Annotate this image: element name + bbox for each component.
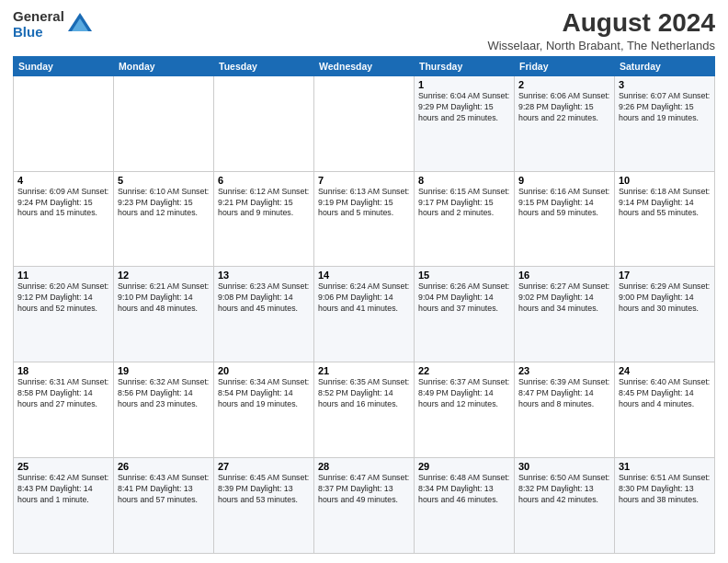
day-number: 25 [17, 461, 109, 472]
calendar-day-14: 14Sunrise: 6:24 AM Sunset: 9:06 PM Dayli… [314, 267, 415, 362]
calendar-day-24: 24Sunrise: 6:40 AM Sunset: 8:45 PM Dayli… [615, 362, 715, 458]
day-number: 28 [318, 461, 410, 472]
calendar-day-2: 2Sunrise: 6:06 AM Sunset: 9:28 PM Daylig… [515, 75, 615, 171]
day-number: 10 [619, 175, 711, 186]
calendar-week-1: 4Sunrise: 6:09 AM Sunset: 9:24 PM Daylig… [14, 171, 715, 267]
calendar-empty [14, 75, 114, 171]
day-number: 9 [518, 175, 610, 186]
day-number: 8 [418, 175, 510, 186]
col-header-thursday: Thursday [415, 56, 515, 75]
logo-icon [66, 11, 94, 39]
day-info: Sunrise: 6:47 AM Sunset: 8:37 PM Dayligh… [318, 473, 410, 506]
day-number: 12 [118, 270, 210, 281]
day-number: 22 [418, 365, 510, 376]
day-info: Sunrise: 6:23 AM Sunset: 9:08 PM Dayligh… [218, 282, 310, 315]
day-number: 7 [318, 175, 410, 186]
title-block: August 2024 Wisselaar, North Brabant, Th… [487, 9, 715, 52]
day-info: Sunrise: 6:09 AM Sunset: 9:24 PM Dayligh… [17, 187, 109, 220]
day-info: Sunrise: 6:07 AM Sunset: 9:26 PM Dayligh… [619, 91, 711, 124]
calendar-day-25: 25Sunrise: 6:42 AM Sunset: 8:43 PM Dayli… [14, 458, 114, 554]
location: Wisselaar, North Brabant, The Netherland… [487, 39, 715, 52]
day-number: 15 [418, 270, 510, 281]
day-info: Sunrise: 6:10 AM Sunset: 9:23 PM Dayligh… [118, 187, 210, 220]
calendar-day-16: 16Sunrise: 6:27 AM Sunset: 9:02 PM Dayli… [515, 267, 615, 362]
calendar-day-19: 19Sunrise: 6:32 AM Sunset: 8:56 PM Dayli… [114, 362, 214, 458]
calendar-empty [114, 75, 214, 171]
logo-general: General [13, 9, 64, 25]
day-info: Sunrise: 6:34 AM Sunset: 8:54 PM Dayligh… [218, 377, 310, 410]
calendar-day-30: 30Sunrise: 6:50 AM Sunset: 8:32 PM Dayli… [515, 458, 615, 554]
col-header-saturday: Saturday [615, 56, 715, 75]
day-number: 19 [118, 365, 210, 376]
day-number: 14 [318, 270, 410, 281]
calendar-day-13: 13Sunrise: 6:23 AM Sunset: 9:08 PM Dayli… [214, 267, 314, 362]
col-header-wednesday: Wednesday [314, 56, 415, 75]
day-number: 26 [118, 461, 210, 472]
day-info: Sunrise: 6:48 AM Sunset: 8:34 PM Dayligh… [418, 473, 510, 506]
day-info: Sunrise: 6:24 AM Sunset: 9:06 PM Dayligh… [318, 282, 410, 315]
col-header-monday: Monday [114, 56, 214, 75]
day-number: 2 [518, 79, 610, 90]
day-info: Sunrise: 6:43 AM Sunset: 8:41 PM Dayligh… [118, 473, 210, 506]
calendar-day-6: 6Sunrise: 6:12 AM Sunset: 9:21 PM Daylig… [214, 171, 314, 267]
calendar-week-0: 1Sunrise: 6:04 AM Sunset: 9:29 PM Daylig… [14, 75, 715, 171]
logo-blue: Blue [13, 25, 64, 40]
calendar-day-3: 3Sunrise: 6:07 AM Sunset: 9:26 PM Daylig… [615, 75, 715, 171]
calendar-day-1: 1Sunrise: 6:04 AM Sunset: 9:29 PM Daylig… [415, 75, 515, 171]
calendar-day-17: 17Sunrise: 6:29 AM Sunset: 9:00 PM Dayli… [615, 267, 715, 362]
calendar-header-row: SundayMondayTuesdayWednesdayThursdayFrid… [14, 56, 715, 75]
day-number: 5 [118, 175, 210, 186]
day-info: Sunrise: 6:20 AM Sunset: 9:12 PM Dayligh… [17, 282, 109, 315]
calendar-day-10: 10Sunrise: 6:18 AM Sunset: 9:14 PM Dayli… [615, 171, 715, 267]
calendar-day-26: 26Sunrise: 6:43 AM Sunset: 8:41 PM Dayli… [114, 458, 214, 554]
day-number: 20 [218, 365, 310, 376]
page: General Blue August 2024 Wisselaar, Nort… [0, 0, 728, 563]
day-info: Sunrise: 6:29 AM Sunset: 9:00 PM Dayligh… [619, 282, 711, 315]
day-number: 16 [518, 270, 610, 281]
day-info: Sunrise: 6:50 AM Sunset: 8:32 PM Dayligh… [518, 473, 610, 506]
day-info: Sunrise: 6:26 AM Sunset: 9:04 PM Dayligh… [418, 282, 510, 315]
logo: General Blue [13, 9, 94, 40]
calendar-week-3: 18Sunrise: 6:31 AM Sunset: 8:58 PM Dayli… [14, 362, 715, 458]
calendar-day-4: 4Sunrise: 6:09 AM Sunset: 9:24 PM Daylig… [14, 171, 114, 267]
day-info: Sunrise: 6:15 AM Sunset: 9:17 PM Dayligh… [418, 187, 510, 220]
header: General Blue August 2024 Wisselaar, Nort… [13, 9, 715, 52]
day-number: 1 [418, 79, 510, 90]
day-number: 6 [218, 175, 310, 186]
calendar-day-23: 23Sunrise: 6:39 AM Sunset: 8:47 PM Dayli… [515, 362, 615, 458]
day-info: Sunrise: 6:42 AM Sunset: 8:43 PM Dayligh… [17, 473, 109, 506]
calendar-day-5: 5Sunrise: 6:10 AM Sunset: 9:23 PM Daylig… [114, 171, 214, 267]
day-number: 29 [418, 461, 510, 472]
calendar-day-22: 22Sunrise: 6:37 AM Sunset: 8:49 PM Dayli… [415, 362, 515, 458]
calendar-day-11: 11Sunrise: 6:20 AM Sunset: 9:12 PM Dayli… [14, 267, 114, 362]
calendar-empty [214, 75, 314, 171]
day-info: Sunrise: 6:13 AM Sunset: 9:19 PM Dayligh… [318, 187, 410, 220]
day-number: 18 [17, 365, 109, 376]
calendar-day-9: 9Sunrise: 6:16 AM Sunset: 9:15 PM Daylig… [515, 171, 615, 267]
logo-text: General Blue [13, 9, 64, 40]
day-info: Sunrise: 6:51 AM Sunset: 8:30 PM Dayligh… [619, 473, 711, 506]
day-number: 27 [218, 461, 310, 472]
day-info: Sunrise: 6:16 AM Sunset: 9:15 PM Dayligh… [518, 187, 610, 220]
day-info: Sunrise: 6:35 AM Sunset: 8:52 PM Dayligh… [318, 377, 410, 410]
day-number: 23 [518, 365, 610, 376]
calendar-week-4: 25Sunrise: 6:42 AM Sunset: 8:43 PM Dayli… [14, 458, 715, 554]
calendar-table: SundayMondayTuesdayWednesdayThursdayFrid… [13, 56, 715, 554]
calendar-day-12: 12Sunrise: 6:21 AM Sunset: 9:10 PM Dayli… [114, 267, 214, 362]
calendar-day-20: 20Sunrise: 6:34 AM Sunset: 8:54 PM Dayli… [214, 362, 314, 458]
calendar-day-27: 27Sunrise: 6:45 AM Sunset: 8:39 PM Dayli… [214, 458, 314, 554]
day-info: Sunrise: 6:40 AM Sunset: 8:45 PM Dayligh… [619, 377, 711, 410]
calendar-day-31: 31Sunrise: 6:51 AM Sunset: 8:30 PM Dayli… [615, 458, 715, 554]
col-header-friday: Friday [515, 56, 615, 75]
day-info: Sunrise: 6:27 AM Sunset: 9:02 PM Dayligh… [518, 282, 610, 315]
day-info: Sunrise: 6:31 AM Sunset: 8:58 PM Dayligh… [17, 377, 109, 410]
day-info: Sunrise: 6:06 AM Sunset: 9:28 PM Dayligh… [518, 91, 610, 124]
day-info: Sunrise: 6:18 AM Sunset: 9:14 PM Dayligh… [619, 187, 711, 220]
month-title: August 2024 [487, 9, 715, 38]
day-info: Sunrise: 6:12 AM Sunset: 9:21 PM Dayligh… [218, 187, 310, 220]
day-number: 24 [619, 365, 711, 376]
calendar-day-8: 8Sunrise: 6:15 AM Sunset: 9:17 PM Daylig… [415, 171, 515, 267]
day-info: Sunrise: 6:32 AM Sunset: 8:56 PM Dayligh… [118, 377, 210, 410]
day-number: 30 [518, 461, 610, 472]
calendar-day-21: 21Sunrise: 6:35 AM Sunset: 8:52 PM Dayli… [314, 362, 415, 458]
